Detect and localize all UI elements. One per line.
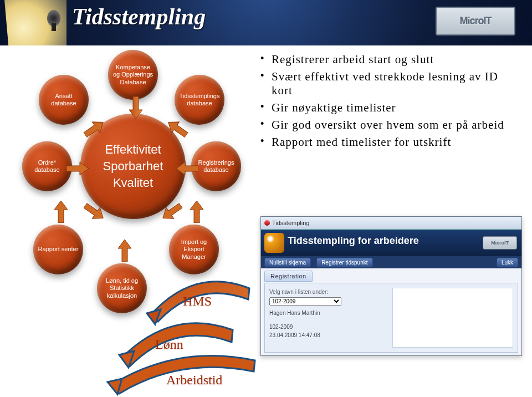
nullstill-button[interactable]: Nullstill skjema [264, 258, 311, 267]
satellite-lonn-statistikk: Lønn, tid og Statistikk kalkulasjon [97, 263, 147, 313]
bullet-item: Gir god oversikt over hvem som er på arb… [260, 118, 521, 132]
label: Registrerings database [198, 159, 234, 174]
label: Ansatt database [51, 93, 76, 107]
app-banner: Tidsstempling for arbeidere MicroIT [261, 230, 521, 256]
arrow-icon [53, 201, 69, 223]
header-banner: Tidsstempling MicroIT [0, 0, 532, 45]
page-title: Tidsstempling [72, 3, 206, 30]
arrow-icon [117, 240, 132, 262]
arrow-icon [176, 161, 198, 176]
swoosh-label-hms: HMS [183, 294, 212, 309]
svg-marker-8 [54, 201, 68, 223]
label: Ordre* database [34, 159, 59, 174]
swoosh-arbeidstid-icon [105, 347, 260, 396]
satellite-tidsstempling: Tidsstemplings database [175, 75, 224, 125]
svg-marker-4 [176, 162, 198, 175]
selected-name: Hagen Hans Marthin [269, 309, 380, 317]
registrer-tidspunkt-button[interactable]: Registrer tidspunkt [316, 258, 372, 267]
svg-marker-9 [190, 201, 203, 223]
satellite-kompetanse: Kompetanse og Opplærings Database [108, 50, 158, 100]
blank-detail-panel [392, 288, 513, 348]
satellite-rapport-senter: Rapport senter [33, 225, 83, 274]
label: Rapport senter [38, 246, 79, 253]
arrow-icon [66, 161, 89, 176]
svg-marker-10 [118, 240, 131, 262]
satellite-registrerings: Registrerings database [191, 141, 241, 191]
arrow-icon [189, 201, 204, 223]
bullet-item: Svært effektivt ved strekkode lesning av… [260, 70, 521, 98]
label: Kompetanse og Opplærings Database [113, 64, 153, 86]
app-banner-title: Tidsstempling for arbeidere [288, 235, 419, 247]
bullet-item: Gir nøyaktige timelister [260, 101, 521, 115]
svg-marker-1 [129, 96, 142, 119]
label: Tidsstemplings database [180, 93, 220, 107]
selected-code: 102-2009 [269, 323, 380, 331]
label: Import og Eksport Manager [181, 238, 207, 261]
app-toolbar: Nullstill skjema Registrer tidspunkt Luk… [261, 256, 521, 268]
app-banner-logo: MicroIT [483, 236, 517, 250]
list-label: Velg navn i listen under: [269, 288, 380, 296]
app-banner-icon [264, 233, 284, 253]
satellite-ansatt: Ansatt database [39, 75, 89, 125]
bullet-item: Rapport med timelister for utskrift [260, 135, 521, 149]
satellite-ordre: Ordre* database [22, 141, 72, 191]
logo-microit: MicroIT [436, 7, 515, 35]
window-title: Tidsstempling [272, 220, 309, 226]
selected-timestamp: 23.04.2009 14:47:08 [269, 331, 380, 339]
app-screenshot: Tidsstempling Tidsstempling for arbeider… [260, 216, 522, 356]
lukk-button[interactable]: Lukk [497, 258, 518, 267]
registration-tab[interactable]: Registration [264, 271, 313, 282]
label: Lønn, tid og Statistikk kalkulasjon [106, 277, 138, 299]
svg-marker-5 [66, 162, 89, 175]
window-icon [264, 220, 270, 226]
name-select[interactable]: 102-2009 [269, 297, 341, 306]
bullet-list: Registrerer arbeid start og slutt Svært … [260, 53, 521, 152]
bullet-item: Registrerer arbeid start og slutt [260, 53, 521, 67]
app-body: Registration Velg navn i listen under: 1… [261, 268, 521, 356]
center-circle-text: Effektivitet Sporbarhet Kvalitet [103, 141, 163, 191]
window-titlebar: Tidsstempling [261, 217, 521, 230]
header-art-keyhole [0, 0, 66, 45]
registration-panel: Velg navn i listen under: 102-2009 Hagen… [264, 283, 518, 353]
arrow-icon [128, 96, 144, 119]
swoosh-label-arbeidstid: Arbeidstid [166, 373, 222, 388]
